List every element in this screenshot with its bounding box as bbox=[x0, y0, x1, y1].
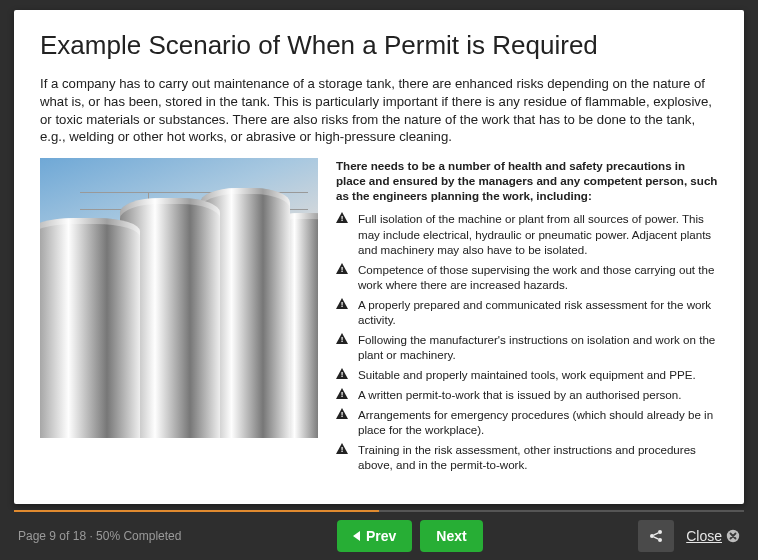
list-item-text: A properly prepared and communicated ris… bbox=[358, 298, 711, 326]
list-item: Full isolation of the machine or plant f… bbox=[336, 211, 718, 256]
list-item: Following the manufacturer's instruction… bbox=[336, 332, 718, 362]
progress-fill bbox=[14, 510, 379, 512]
list-item: Training in the risk assessment, other i… bbox=[336, 442, 718, 472]
warning-icon bbox=[336, 333, 348, 344]
settings-button[interactable] bbox=[638, 520, 674, 552]
list-item-text: Arrangements for emergency procedures (w… bbox=[358, 408, 713, 436]
intro-paragraph: If a company has to carry out maintenanc… bbox=[40, 75, 718, 146]
list-item-text: A written permit-to-work that is issued … bbox=[358, 388, 682, 401]
page-indicator: Page 9 of 18 bbox=[18, 529, 86, 543]
share-icon bbox=[648, 528, 664, 544]
close-button[interactable]: Close bbox=[686, 528, 740, 544]
warning-icon bbox=[336, 368, 348, 379]
next-button[interactable]: Next bbox=[420, 520, 482, 552]
list-item: Suitable and properly maintained tools, … bbox=[336, 367, 718, 382]
precautions-list: Full isolation of the machine or plant f… bbox=[336, 211, 718, 472]
precautions-lead: There needs to be a number of health and… bbox=[336, 158, 718, 203]
prev-button[interactable]: Prev bbox=[337, 520, 412, 552]
warning-icon bbox=[336, 212, 348, 223]
warning-icon bbox=[336, 408, 348, 419]
warning-icon bbox=[336, 263, 348, 274]
list-item-text: Suitable and properly maintained tools, … bbox=[358, 368, 696, 381]
list-item-text: Training in the risk assessment, other i… bbox=[358, 443, 696, 471]
content-card: Example Scenario of When a Permit is Req… bbox=[14, 10, 744, 504]
list-item: A written permit-to-work that is issued … bbox=[336, 387, 718, 402]
page-title: Example Scenario of When a Permit is Req… bbox=[40, 30, 718, 61]
storage-tanks-image bbox=[40, 158, 318, 438]
two-column-layout: There needs to be a number of health and… bbox=[40, 158, 718, 477]
progress-bar bbox=[14, 510, 744, 512]
list-item-text: Following the manufacturer's instruction… bbox=[358, 333, 715, 361]
precautions-section: There needs to be a number of health and… bbox=[336, 158, 718, 477]
warning-icon bbox=[336, 443, 348, 454]
list-item: Competence of those supervising the work… bbox=[336, 262, 718, 292]
list-item: A properly prepared and communicated ris… bbox=[336, 297, 718, 327]
footer-bar: Page 9 of 18 · 50% Completed Prev Next C bbox=[0, 512, 758, 560]
list-item-text: Full isolation of the machine or plant f… bbox=[358, 212, 711, 255]
completion-indicator: 50% Completed bbox=[96, 529, 181, 543]
close-icon bbox=[726, 529, 740, 543]
prev-button-label: Prev bbox=[366, 528, 396, 544]
footer-status: Page 9 of 18 · 50% Completed bbox=[18, 529, 181, 543]
nav-buttons: Prev Next bbox=[181, 520, 638, 552]
close-button-label: Close bbox=[686, 528, 722, 544]
list-item-text: Competence of those supervising the work… bbox=[358, 263, 714, 291]
footer-right-controls: Close bbox=[638, 520, 740, 552]
next-button-label: Next bbox=[436, 528, 466, 544]
warning-icon bbox=[336, 298, 348, 309]
chevron-left-icon bbox=[353, 531, 360, 541]
list-item: Arrangements for emergency procedures (w… bbox=[336, 407, 718, 437]
warning-icon bbox=[336, 388, 348, 399]
